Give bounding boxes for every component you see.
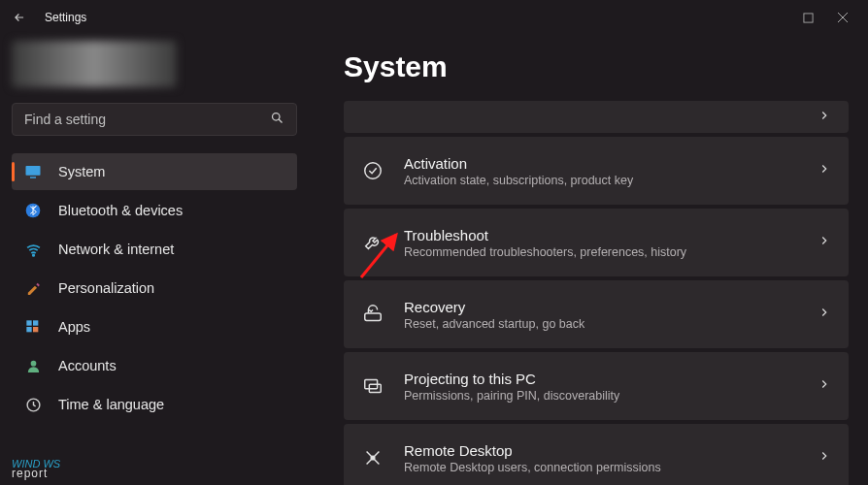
wifi-icon	[23, 240, 43, 259]
svg-rect-9	[33, 327, 38, 332]
user-profile-block[interactable]	[12, 41, 177, 87]
sidebar-item-label: Personalization	[58, 280, 154, 296]
search-icon	[270, 111, 284, 129]
svg-rect-13	[365, 313, 382, 320]
sidebar: System Bluetooth & devices Network & int…	[0, 35, 309, 485]
card-title: Activation	[404, 155, 818, 172]
svg-rect-0	[803, 13, 812, 21]
card-title: Remote Desktop	[404, 442, 818, 459]
settings-card-recovery[interactable]: Recovery Reset, advanced startup, go bac…	[344, 280, 849, 348]
chevron-right-icon	[818, 162, 831, 179]
sidebar-item-label: Network & internet	[58, 242, 174, 257]
remote-desktop-icon	[361, 446, 384, 469]
card-subtitle: Recommended troubleshooters, preferences…	[404, 245, 818, 259]
sidebar-item-apps[interactable]: Apps	[12, 308, 297, 345]
chevron-right-icon	[818, 234, 831, 251]
sidebar-item-label: Time & language	[58, 397, 164, 412]
chevron-right-icon	[818, 109, 831, 125]
recovery-icon	[361, 303, 384, 326]
svg-rect-8	[26, 327, 31, 332]
svg-rect-6	[26, 320, 31, 325]
settings-card-projecting[interactable]: Projecting to this PC Permissions, pairi…	[344, 352, 849, 420]
bluetooth-icon	[23, 201, 43, 220]
card-subtitle: Activation state, subscriptions, product…	[404, 174, 818, 187]
sidebar-item-network[interactable]: Network & internet	[12, 231, 297, 268]
svg-point-10	[30, 360, 36, 366]
sidebar-item-label: Accounts	[58, 358, 117, 373]
watermark: WIND WS report	[12, 459, 60, 479]
close-button[interactable]	[825, 4, 860, 31]
svg-rect-3	[30, 177, 36, 178]
sidebar-item-label: Apps	[58, 319, 90, 335]
svg-rect-2	[26, 166, 41, 176]
search-input-container[interactable]	[12, 103, 297, 136]
chevron-right-icon	[818, 449, 831, 467]
apps-icon	[23, 317, 43, 337]
app-title: Settings	[45, 11, 86, 24]
card-subtitle: Permissions, pairing PIN, discoverabilit…	[404, 389, 818, 403]
nav-list: System Bluetooth & devices Network & int…	[12, 153, 297, 423]
sidebar-item-accounts[interactable]: Accounts	[12, 347, 297, 384]
main-content: System Activation Activation state, subs…	[309, 35, 868, 485]
settings-card-remote-desktop[interactable]: Remote Desktop Remote Desktop users, con…	[344, 424, 849, 485]
person-icon	[23, 356, 43, 375]
search-input[interactable]	[24, 112, 270, 127]
svg-rect-7	[33, 320, 38, 325]
sidebar-item-label: Bluetooth & devices	[58, 203, 183, 218]
sidebar-item-time-language[interactable]: Time & language	[12, 386, 297, 423]
card-title: Troubleshoot	[404, 227, 818, 243]
maximize-button[interactable]	[790, 4, 825, 31]
card-title: Recovery	[404, 299, 818, 315]
wrench-icon	[361, 231, 384, 254]
sidebar-item-personalization[interactable]: Personalization	[12, 270, 297, 307]
project-icon	[361, 374, 384, 398]
back-button[interactable]	[8, 6, 31, 29]
chevron-right-icon	[818, 377, 831, 395]
card-title: Projecting to this PC	[404, 371, 818, 387]
checkmark-circle-icon	[361, 159, 384, 182]
page-title: System	[344, 50, 849, 83]
sidebar-item-bluetooth[interactable]: Bluetooth & devices	[12, 192, 297, 229]
settings-card-activation[interactable]: Activation Activation state, subscriptio…	[344, 137, 849, 205]
sidebar-item-system[interactable]: System	[12, 153, 297, 190]
paintbrush-icon	[23, 278, 43, 298]
clock-globe-icon	[23, 395, 43, 414]
sidebar-item-label: System	[58, 164, 105, 179]
card-subtitle: Reset, advanced startup, go back	[404, 317, 818, 331]
svg-point-5	[32, 254, 33, 255]
settings-card-troubleshoot[interactable]: Troubleshoot Recommended troubleshooters…	[344, 209, 849, 276]
svg-point-1	[273, 113, 281, 120]
svg-point-12	[365, 163, 382, 179]
card-subtitle: Remote Desktop users, connection permiss…	[404, 461, 818, 474]
display-icon	[23, 162, 43, 181]
settings-card-partial[interactable]	[344, 101, 849, 133]
chevron-right-icon	[818, 306, 831, 323]
